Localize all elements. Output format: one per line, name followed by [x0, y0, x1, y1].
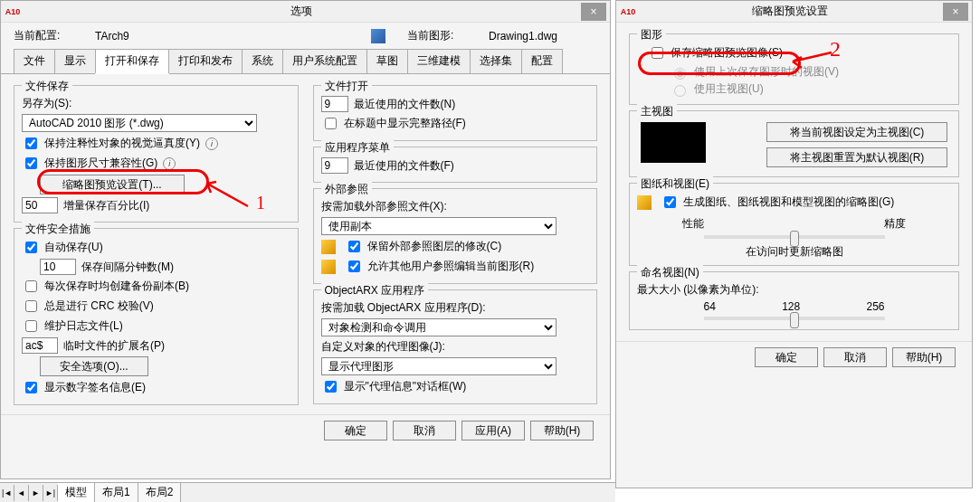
increment-input[interactable] — [22, 197, 58, 213]
tab-6[interactable]: 草图 — [366, 49, 408, 73]
fullpath-checkbox[interactable] — [325, 118, 337, 129]
performance-label: 性能 — [682, 216, 704, 232]
group-title: 外部参照 — [321, 182, 372, 197]
menu-recent-input[interactable] — [321, 157, 348, 174]
log-checkbox[interactable] — [25, 320, 37, 332]
cancel-button[interactable]: 取消 — [823, 347, 887, 367]
max-size-label: 最大大小 (以像素为单位): — [637, 282, 759, 298]
tab-7[interactable]: 三维建模 — [407, 49, 471, 73]
set-home-button[interactable]: 将当前视图设定为主视图(C) — [766, 122, 947, 142]
button-row: 确定 取消 应用(A) 帮助(H) — [1, 414, 610, 446]
proxy-info-checkbox[interactable] — [325, 381, 337, 393]
dialog-body: 图形 保存缩略图预览图像(S) 使用上次保存图形时的视图(V) 使用主视图(U)… — [616, 23, 972, 341]
tab-0[interactable]: 文件 — [14, 49, 55, 73]
named-views-group: 命名视图(N) 最大大小 (以像素为单位): 64 128 256 — [629, 271, 959, 330]
button-row: 确定 取消 帮助(H) — [616, 341, 972, 373]
generate-thumb-checkbox[interactable] — [664, 196, 676, 208]
info-icon[interactable]: i — [205, 137, 218, 150]
scroll-last-button[interactable]: ►| — [43, 485, 58, 501]
tick-256: 256 — [866, 300, 884, 313]
close-icon[interactable]: × — [581, 3, 606, 21]
ok-button[interactable]: 确定 — [324, 421, 387, 440]
scroll-first-button[interactable]: |◄ — [0, 485, 14, 501]
titlebar: A10 选项 × — [1, 1, 610, 23]
help-button[interactable]: 帮助(H) — [530, 421, 594, 440]
retain-layer-label: 保留外部参照图层的修改(C) — [367, 239, 502, 254]
backup-checkbox[interactable] — [25, 280, 37, 292]
allow-edit-label: 允许其他用户参照编辑当前图形(R) — [367, 259, 535, 274]
autosave-input[interactable] — [40, 259, 76, 275]
layout-tab-2[interactable]: 布局2 — [138, 483, 182, 502]
autosave-interval-label: 保存间隔分钟数(M) — [81, 260, 174, 275]
cancel-button[interactable]: 取消 — [393, 421, 456, 440]
app-menu-group: 应用程序菜单 最近使用的文件数(F) — [313, 147, 598, 183]
lastsave-view-radio[interactable] — [674, 68, 686, 80]
tab-9[interactable]: 配置 — [521, 49, 563, 73]
retain-layer-checkbox[interactable] — [348, 241, 360, 252]
compat-checkbox[interactable] — [25, 157, 37, 169]
allow-edit-checkbox[interactable] — [348, 260, 360, 272]
sheet-icon — [637, 195, 652, 210]
annotative-label: 保持注释性对象的视觉逼真度(Y) — [44, 136, 200, 151]
options-dialog: A10 选项 × 当前配置: TArch9 当前图形: Drawing1.dwg… — [0, 0, 611, 479]
tab-3[interactable]: 打印和发布 — [168, 49, 243, 73]
help-button[interactable]: 帮助(H) — [892, 347, 956, 367]
temp-ext-input[interactable] — [22, 337, 58, 354]
header-row: 当前配置: TArch9 当前图形: Drawing1.dwg — [1, 23, 610, 49]
autosave-checkbox[interactable] — [25, 242, 37, 253]
titlebar: A10 缩略图预览设置 × — [616, 1, 972, 23]
xref-icon — [321, 240, 336, 254]
apply-button[interactable]: 应用(A) — [461, 421, 525, 440]
tab-1[interactable]: 显示 — [54, 49, 96, 73]
thumbnail-settings-button[interactable]: 缩略图预览设置(T)... — [40, 175, 185, 194]
increment-label: 增量保存百分比(I) — [63, 198, 149, 213]
group-title: 应用程序菜单 — [321, 140, 394, 156]
tab-5[interactable]: 用户系统配置 — [282, 49, 367, 73]
arx-load-select[interactable]: 对象检测和命令调用 — [321, 318, 557, 336]
size-slider[interactable] — [704, 317, 885, 320]
current-drawing-label: 当前图形: — [407, 28, 471, 43]
crc-label: 总是进行 CRC 校验(V) — [44, 298, 154, 314]
backup-label: 每次保存时均创建备份副本(B) — [44, 279, 189, 294]
save-thumbnail-checkbox[interactable] — [652, 47, 663, 59]
recent-files-input[interactable] — [321, 96, 348, 112]
group-title: 图形 — [637, 27, 666, 43]
drawing-group: 图形 保存缩略图预览图像(S) 使用上次保存图形时的视图(V) 使用主视图(U) — [629, 33, 959, 105]
proxy-image-select[interactable]: 显示代理图形 — [321, 357, 557, 375]
precision-label: 精度 — [884, 216, 906, 232]
crc-checkbox[interactable] — [25, 300, 37, 312]
tab-4[interactable]: 系统 — [242, 49, 283, 73]
tab-8[interactable]: 选择集 — [470, 49, 522, 73]
xref-load-select[interactable]: 使用副本 — [321, 217, 557, 235]
save-as-select[interactable]: AutoCAD 2010 图形 (*.dwg) — [22, 114, 257, 132]
lastsave-view-label: 使用上次保存图形时的视图(V) — [694, 64, 839, 80]
precision-slider[interactable] — [704, 235, 885, 239]
ok-button[interactable]: 确定 — [755, 347, 818, 367]
signature-checkbox[interactable] — [25, 382, 37, 393]
file-safety-group: 文件安全措施 自动保存(U) 保存间隔分钟数(M) 每次保存时均创建备份副本(B… — [14, 228, 299, 405]
reset-home-button[interactable]: 将主视图重置为默认视图(R) — [766, 147, 947, 167]
dialog-body: 文件保存 另存为(S): AutoCAD 2010 图形 (*.dwg) 保持注… — [1, 74, 610, 414]
current-profile-value: TArch9 — [95, 30, 204, 43]
layout-tab-0[interactable]: 模型 — [58, 483, 95, 502]
layout-tab-1[interactable]: 布局1 — [95, 483, 138, 502]
home-view-radio[interactable] — [674, 85, 686, 97]
thumbnail-settings-dialog: A10 缩略图预览设置 × 图形 保存缩略图预览图像(S) 使用上次保存图形时的… — [615, 0, 973, 488]
scroll-next-button[interactable]: ► — [29, 485, 43, 501]
dialog-title: 缩略图预览设置 — [636, 4, 943, 19]
scroll-prev-button[interactable]: ◄ — [14, 485, 29, 501]
xref-group: 外部参照 按需加载外部参照文件(X): 使用副本 保留外部参照图层的修改(C) … — [313, 188, 598, 284]
autosave-label: 自动保存(U) — [44, 240, 103, 255]
info-icon[interactable]: i — [163, 157, 176, 170]
group-title: 文件安全措施 — [22, 222, 94, 237]
tab-2[interactable]: 打开和保存 — [95, 49, 169, 74]
annotative-checkbox[interactable] — [25, 137, 37, 149]
security-options-button[interactable]: 安全选项(O)... — [40, 356, 148, 376]
drawing-icon — [371, 29, 385, 43]
menu-recent-label: 最近使用的文件数(F) — [354, 158, 454, 174]
close-icon[interactable]: × — [943, 3, 968, 21]
recent-files-label: 最近使用的文件数(N) — [354, 97, 456, 112]
sheets-views-group: 图纸和视图(E) 生成图纸、图纸视图和模型视图的缩略图(G) 性能 精度 在访问… — [629, 183, 959, 266]
fullpath-label: 在标题中显示完整路径(F) — [344, 116, 466, 131]
tick-64: 64 — [704, 300, 716, 313]
